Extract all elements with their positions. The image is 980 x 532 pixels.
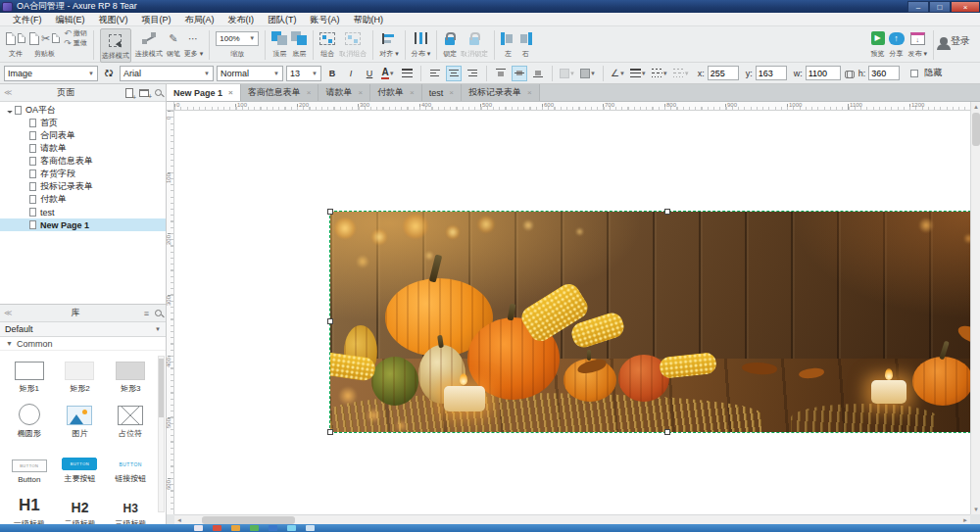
border-width-dropdown[interactable]: ▼ [629,66,648,81]
tree-item-selected[interactable]: New Page 1 [0,218,166,231]
font-size-dropdown[interactable]: 13▼ [286,66,321,81]
selection-handle-bottom-left[interactable] [327,429,333,435]
unlock-button[interactable]: 取消锁定 [461,28,488,59]
align-text-center-button[interactable] [446,66,462,81]
ungroup-button[interactable]: 取消组合 [339,28,367,59]
widget-h2[interactable]: H2二级标题 [55,488,106,524]
add-folder-icon[interactable] [139,89,149,97]
selected-image-widget[interactable] [330,212,970,432]
select-mode-button[interactable]: 选择模式 [100,28,131,63]
vertical-scrollbar[interactable]: ▲ ▼ [970,102,980,514]
lock-aspect-ratio-icon[interactable] [845,70,855,77]
close-tab-icon[interactable]: × [410,88,415,97]
align-text-right-button[interactable] [465,66,480,81]
menu-arrange[interactable]: 布局(A) [178,13,221,26]
publish-button[interactable]: ↓ 发布 ▾ [908,28,927,59]
close-tab-icon[interactable]: × [527,88,532,97]
menu-project[interactable]: 项目(P) [135,13,178,26]
font-style-dropdown[interactable]: Normal▼ [217,66,283,81]
taskbar-icon[interactable] [287,525,296,531]
widget-button[interactable]: BUTTONButton [4,443,55,484]
login-button[interactable]: 登录 [940,34,970,48]
menu-help[interactable]: 帮助(H) [347,13,391,26]
y-input[interactable] [756,66,787,80]
library-scrollbar[interactable] [158,356,165,512]
tree-item[interactable]: test [0,206,166,218]
collapse-panel-icon[interactable]: ≪ [4,309,12,317]
underline-button[interactable]: U [362,66,377,81]
widget-h1[interactable]: H1一级标题 [4,488,55,524]
tab-fukuan[interactable]: 付款单× [370,84,422,101]
preview-button[interactable]: ▶ 预览 [871,28,885,59]
format-painter-icon[interactable]: 🗘 [101,66,117,81]
close-tab-icon[interactable]: × [228,88,233,97]
w-input[interactable] [806,66,841,80]
widget-rect3[interactable]: 矩形3 [105,353,156,394]
taskbar-icon[interactable] [269,525,277,531]
search-icon[interactable] [155,89,162,96]
scrollbar-thumb[interactable] [972,113,980,146]
widget-rect2[interactable]: 矩形2 [55,353,106,394]
valign-middle-button[interactable] [512,66,527,81]
widget-h3[interactable]: H3三级标题 [105,488,156,524]
taskbar-icon[interactable] [306,525,315,531]
align-text-left-button[interactable] [427,66,443,81]
scroll-down-icon[interactable]: ▼ [971,505,980,514]
h-input[interactable] [868,66,900,80]
align-button[interactable]: 对齐 ▾ [379,28,398,59]
x-input[interactable] [708,66,739,80]
tree-item[interactable]: 请款单 [0,142,166,155]
valign-top-button[interactable] [493,66,509,81]
line-color-dropdown[interactable]: ∠▼ [610,66,626,81]
tree-item-root[interactable]: OA平台 [0,104,166,117]
font-color-dropdown[interactable]: A▼ [380,66,396,81]
border-style-dropdown[interactable]: ▼ [651,66,669,81]
selection-handle-top-middle[interactable] [664,209,670,215]
menu-edit[interactable]: 编辑(E) [49,13,92,26]
selection-handle-middle-left[interactable] [327,318,333,324]
tree-item[interactable]: 客商信息表单 [0,155,166,168]
align-right-edge-button[interactable]: 右 [518,28,532,59]
tree-item[interactable]: 付款单 [0,193,166,206]
selection-handle-bottom-middle[interactable] [664,429,670,435]
maximize-button[interactable]: □ [929,1,951,13]
widget-link-button[interactable]: BUTTON链接按钮 [105,443,156,484]
bold-button[interactable]: B [324,66,340,81]
tab-kehu-form[interactable]: 客商信息表单× [241,84,319,101]
tree-item[interactable]: 存货字段 [0,168,166,180]
valign-bottom-button[interactable] [530,66,546,81]
taskbar-icon[interactable] [213,525,221,531]
send-to-back-button[interactable]: 底层 [291,28,307,59]
widget-image[interactable]: 图片 [55,398,106,439]
menu-team[interactable]: 团队(T) [261,13,304,26]
tab-new-page-1[interactable]: New Page 1× [167,84,241,101]
widget-type-dropdown[interactable]: Image▼ [4,66,98,81]
lock-button[interactable]: 锁定 [443,28,457,59]
arrow-style-dropdown[interactable]: ▼ [672,66,691,81]
italic-button[interactable]: I [343,66,359,81]
file-tools[interactable]: 文件 [6,28,25,59]
scrollbar-thumb[interactable] [202,516,295,524]
redo-button[interactable]: ↷重做 [64,38,87,48]
library-section-common[interactable]: ▼Common [0,337,166,351]
widget-primary-button[interactable]: BUTTON主要按钮 [55,443,106,484]
widget-ellipse[interactable]: 椭圆形 [4,398,55,439]
scroll-up-icon[interactable]: ▲ [971,102,980,112]
hide-checkbox[interactable] [910,70,918,77]
close-tab-icon[interactable]: × [307,88,312,97]
pen-button[interactable]: ✎ 钢笔 [167,28,180,59]
horizontal-scrollbar[interactable]: ◄ ► [174,514,970,524]
align-left-edge-button[interactable]: 左 [501,28,514,59]
menu-account[interactable]: 账号(A) [304,13,347,26]
connect-mode-button[interactable]: 连接模式 [135,28,163,59]
widget-rect1[interactable]: 矩形1 [4,353,55,394]
taskbar-icon[interactable] [250,525,259,531]
collapse-panel-icon[interactable]: ≪ [4,88,12,97]
menu-view[interactable]: 视图(V) [92,13,135,26]
close-tab-icon[interactable]: × [358,88,363,97]
bullet-list-dropdown[interactable]: ▼ [559,66,576,81]
line-spacing-button[interactable] [399,66,415,81]
bring-to-front-button[interactable]: 顶层 [271,28,287,59]
zoom-control[interactable]: 100%▼ 缩放 [216,28,259,59]
selection-handle-top-left[interactable] [327,209,333,215]
